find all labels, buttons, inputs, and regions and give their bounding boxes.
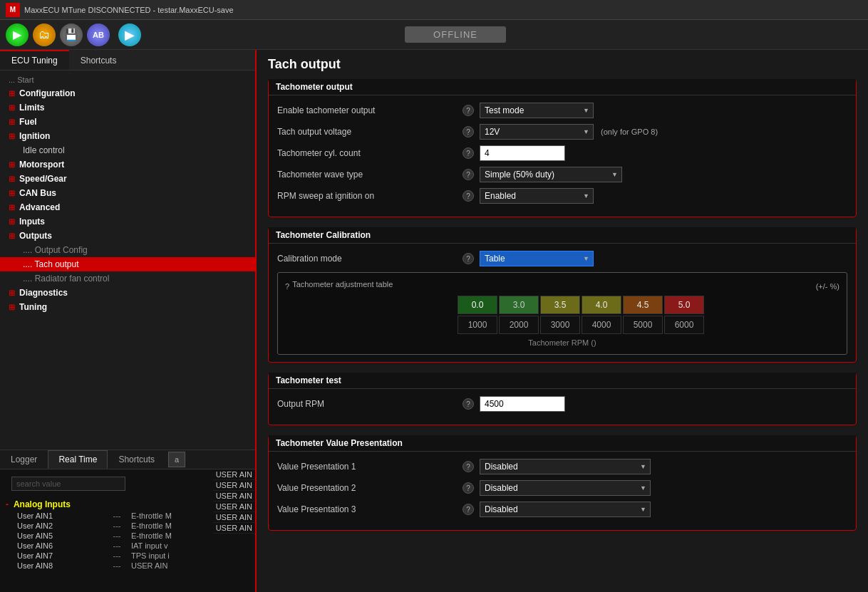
label-tach-cyl-count: Tachometer cyl. count [277,148,463,158]
field-tach-wave-type: Tachometer wave type ? Simple (50% duty)… [277,167,847,182]
adj-cell-0 [420,296,456,314]
connect-button[interactable]: ▶ [6,24,29,46]
adj-cell-val-2[interactable]: 3.5 [540,296,580,314]
list-item: User AIN8 --- USER AIN [0,561,213,571]
sidebar: ECU Tuning Shortcuts ... Start ⊞Configur… [0,50,257,592]
input-output-rpm[interactable] [480,396,565,412]
adj-cell-val-1[interactable]: 3.0 [499,296,539,314]
field-tach-output-voltage: Tach output voltage ? 12V 5V (only for G… [277,124,847,140]
main-layout: ECU Tuning Shortcuts ... Start ⊞Configur… [0,50,868,592]
ab-button[interactable]: AB [87,24,110,46]
sidebar-item-advanced[interactable]: ⊞Advanced [0,200,255,214]
input-tach-cyl-count[interactable] [480,145,565,161]
sidebar-item-diagnostics[interactable]: ⊞Diagnostics [0,286,255,300]
section-header-value-presentation: Tachometer Value Presentation [269,435,856,452]
list-item: USER AIN [213,502,255,512]
adj-cell-val-4[interactable]: 4.5 [623,296,663,314]
save-button[interactable]: 💾 [60,24,83,46]
label-enable-tachometer: Enable tachometer output [277,105,463,115]
adj-table-note: (+/- %) [816,282,839,291]
adj-table-wrapper: ? Tachometer adjustment table (+/- %) 0.… [277,272,847,355]
sidebar-item-ignition[interactable]: ⊞Ignition [0,129,255,143]
list-item: User AIN6 --- IAT input v [0,541,213,551]
help-calibration-mode[interactable]: ? [463,253,474,264]
select-wrap-calibration-mode: Table None [480,251,594,266]
help-adj-table[interactable]: ? [285,282,289,291]
help-tach-wave-type[interactable]: ? [463,169,474,180]
sidebar-item-motorsport[interactable]: ⊞Motorsport [0,157,255,172]
adj-grid: 0.0 3.0 3.5 4.0 4.5 5.0 1000 2000 3000 [285,296,839,336]
section-body-value-presentation: Value Presentation 1 ? Disabled Value Pr… [269,452,856,530]
help-rpm-sweep[interactable]: ? [463,190,474,202]
sidebar-item-tach-output[interactable]: .... Tach output [0,257,255,271]
help-output-rpm[interactable]: ? [463,398,474,410]
adj-cell-val-3[interactable]: 4.0 [582,296,621,314]
help-vp2[interactable]: ? [463,482,474,494]
select-tach-wave-type[interactable]: Simple (50% duty) Complex [480,167,622,182]
select-calibration-mode[interactable]: Table None [480,251,594,266]
help-vp3[interactable]: ? [463,504,474,515]
adj-rpm-2: 3000 [540,316,580,334]
select-rpm-sweep[interactable]: Enabled Disabled [480,188,594,204]
section-value-presentation: Tachometer Value Presentation Value Pres… [268,435,857,531]
titlebar-text: MaxxECU MTune DISCONNECTED - testar.Maxx… [24,6,234,14]
open-button[interactable]: 🗂 [33,24,56,46]
list-item: USER AIN [213,469,255,480]
list-item: USER AIN [213,480,255,491]
sidebar-item-output-config[interactable]: .... Output Config [0,243,255,257]
sidebar-item-idle-control[interactable]: Idle control [0,143,255,157]
bottom-panel: Logger Real Time Shortcuts a - Analog In… [0,450,255,592]
app-logo: M [6,3,20,17]
section-body-test: Output RPM ? [269,389,856,425]
section-header-tachometer-output: Tachometer output [269,79,856,95]
sidebar-item-limits[interactable]: ⊞Limits [0,100,255,115]
adj-rpm-3: 4000 [582,316,621,334]
list-item: USER AIN [213,523,255,534]
tab-extra[interactable]: a [168,452,185,467]
sidebar-item-inputs[interactable]: ⊞Inputs [0,214,255,229]
adj-table-title: Tachometer adjustment table [292,280,393,289]
label-vp2: Value Presentation 2 [277,483,463,493]
help-enable-tachometer[interactable]: ? [463,105,474,116]
list-item: User AIN5 --- E-throttle M [0,531,213,541]
select-vp3[interactable]: Disabled [480,502,651,517]
sidebar-item-start[interactable]: ... Start [0,73,255,86]
sidebar-item-outputs[interactable]: ⊞Outputs [0,229,255,243]
search-input[interactable] [11,477,125,491]
help-tach-voltage[interactable]: ? [463,126,474,137]
adj-cell-val-0[interactable]: 0.0 [458,296,497,314]
bottom-left: - Analog Inputs User AIN1 --- E-throttle… [0,469,213,588]
section-header-calibration: Tachometer Calibration [269,227,856,244]
select-enable-tachometer[interactable]: Test mode Disabled Enabled [480,103,594,118]
sidebar-item-radiator-fan[interactable]: .... Radiator fan control [0,271,255,286]
tab-ecu-tuning[interactable]: ECU Tuning [0,50,69,70]
help-vp1[interactable]: ? [463,461,474,472]
tab-logger[interactable]: Logger [0,450,48,469]
help-tach-cyl-count[interactable]: ? [463,147,474,159]
select-wrap-tach-voltage: 12V 5V [480,124,594,140]
bottom-right: USER AIN USER AIN USER AIN USER AIN USER… [213,469,255,588]
sidebar-item-fuel[interactable]: ⊞Fuel [0,115,255,129]
adj-rpm-0: 1000 [458,316,497,334]
sidebar-item-configuration[interactable]: ⊞Configuration [0,86,255,100]
field-value-presentation-3: Value Presentation 3 ? Disabled [277,502,847,517]
adj-row-rpm: 1000 2000 3000 4000 5000 6000 [420,316,704,334]
adj-cell-val-5[interactable]: 5.0 [664,296,704,314]
select-vp2[interactable]: Disabled [480,480,651,496]
select-tach-voltage[interactable]: 12V 5V [480,124,594,140]
tab-shortcuts-bottom[interactable]: Shortcuts [108,450,165,469]
select-wrap-vp1: Disabled [480,459,651,474]
sidebar-item-speed-gear[interactable]: ⊞Speed/Gear [0,172,255,186]
section-header-test: Tachometer test [269,373,856,389]
sidebar-item-tuning[interactable]: ⊞Tuning [0,300,255,314]
page-title: Tach output [268,57,857,72]
sidebar-item-can-bus[interactable]: ⊞CAN Bus [0,186,255,200]
list-item: User AIN7 --- TPS input i [0,551,213,561]
play-button[interactable]: ▶ [118,24,141,46]
tab-realtime[interactable]: Real Time [48,450,108,469]
select-vp1[interactable]: Disabled [480,459,651,474]
toolbar: ▶ 🗂 💾 AB ▶ OFFLINE [0,20,868,50]
tab-shortcuts[interactable]: Shortcuts [69,50,128,70]
adj-xlabel: Tachometer RPM () [285,338,839,347]
label-tach-wave-type: Tachometer wave type [277,170,463,180]
